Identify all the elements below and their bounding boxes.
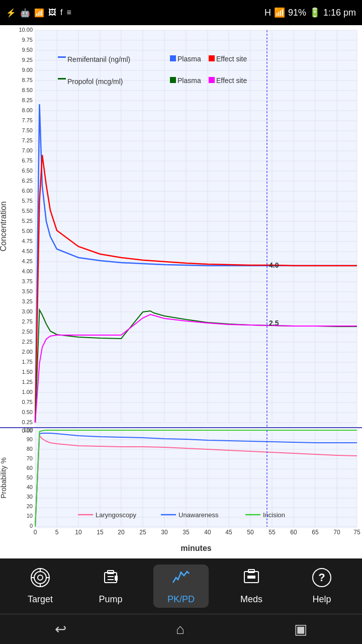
usb-icon: ⚡ xyxy=(6,8,16,18)
svg-text:0: 0 xyxy=(30,523,33,529)
svg-text:2.00: 2.00 xyxy=(22,349,33,355)
svg-text:Plasma: Plasma xyxy=(177,55,201,63)
svg-rect-107 xyxy=(170,77,176,83)
svg-text:6.00: 6.00 xyxy=(22,188,33,194)
svg-text:6.25: 6.25 xyxy=(22,178,33,184)
menu-icon: ≡ xyxy=(66,8,71,17)
svg-text:80: 80 xyxy=(27,446,33,452)
svg-text:Propofol (mcg/ml): Propofol (mcg/ml) xyxy=(67,77,123,86)
svg-rect-189 xyxy=(171,568,191,588)
nav-item-meds[interactable]: Meds xyxy=(224,565,279,608)
svg-text:Unawareness: Unawareness xyxy=(178,511,219,519)
clock: 1:16 pm xyxy=(323,8,356,18)
main-chart-svg: 10.00 9.75 9.50 9.25 9.00 8.75 8.50 8.25… xyxy=(0,25,362,558)
svg-text:0.25: 0.25 xyxy=(22,419,33,425)
svg-text:70: 70 xyxy=(27,455,33,461)
svg-text:75: 75 xyxy=(353,529,360,536)
svg-text:1.00: 1.00 xyxy=(22,389,33,395)
svg-text:1.50: 1.50 xyxy=(22,369,33,375)
svg-text:55: 55 xyxy=(268,529,276,536)
svg-text:70: 70 xyxy=(333,529,340,536)
y-axis-prob-label: Probability % xyxy=(0,457,8,499)
bottom-nav: Target Pump PK xyxy=(0,558,362,644)
status-right: H 📶 91% 🔋 1:16 pm xyxy=(264,7,356,18)
nav-label-help: Help xyxy=(312,594,331,605)
svg-text:Laryngoscopy: Laryngoscopy xyxy=(96,511,136,519)
svg-text:1.75: 1.75 xyxy=(22,359,33,365)
svg-rect-193 xyxy=(247,576,255,579)
nav-label-target: Target xyxy=(28,594,53,605)
nav-label-pkpd: PK/PD xyxy=(167,594,195,605)
nav-label-pump: Pump xyxy=(99,594,122,605)
svg-rect-103 xyxy=(209,55,215,61)
svg-text:8.75: 8.75 xyxy=(22,77,33,83)
nav-item-target[interactable]: Target xyxy=(13,565,68,608)
svg-text:6.75: 6.75 xyxy=(22,157,33,164)
svg-point-179 xyxy=(38,575,43,580)
signal-icon: H xyxy=(264,8,271,18)
svg-text:100: 100 xyxy=(24,427,33,433)
svg-text:Plasma: Plasma xyxy=(177,76,201,85)
svg-text:90: 90 xyxy=(27,436,33,442)
status-icons: ⚡ 🤖 📶 🖼 f ≡ xyxy=(6,8,71,18)
svg-text:9.75: 9.75 xyxy=(22,37,33,43)
nav-item-pkpd[interactable]: PK/PD xyxy=(153,565,209,608)
back-button[interactable]: ↩ xyxy=(55,621,66,637)
svg-text:40: 40 xyxy=(27,484,33,490)
svg-text:5: 5 xyxy=(55,529,59,536)
pump-icon xyxy=(101,568,121,592)
nav-item-pump[interactable]: Pump xyxy=(83,565,138,608)
svg-rect-99 xyxy=(58,56,66,58)
y-axis-label: Concentration xyxy=(0,201,8,252)
signal-bars: 📶 xyxy=(274,7,285,18)
image-icon: 🖼 xyxy=(48,8,56,17)
svg-text:4.25: 4.25 xyxy=(22,258,33,264)
svg-text:30: 30 xyxy=(27,494,33,500)
help-icon: ? xyxy=(312,568,332,592)
svg-text:10: 10 xyxy=(75,529,82,536)
svg-text:0: 0 xyxy=(34,529,37,536)
svg-text:5.50: 5.50 xyxy=(22,208,33,214)
system-nav: ↩ ⌂ ▣ xyxy=(0,614,362,644)
svg-text:15: 15 xyxy=(97,529,104,536)
svg-text:3.75: 3.75 xyxy=(22,278,33,284)
facebook-icon: f xyxy=(60,8,62,17)
svg-text:9.25: 9.25 xyxy=(22,57,33,63)
svg-text:5.25: 5.25 xyxy=(22,218,33,224)
svg-text:2.50: 2.50 xyxy=(22,329,33,335)
svg-text:4.75: 4.75 xyxy=(22,238,33,244)
svg-text:20: 20 xyxy=(27,503,33,509)
svg-text:5.00: 5.00 xyxy=(22,228,33,234)
svg-text:35: 35 xyxy=(183,529,190,536)
svg-text:8.25: 8.25 xyxy=(22,97,33,103)
recent-button[interactable]: ▣ xyxy=(294,621,307,637)
svg-text:6.50: 6.50 xyxy=(22,168,33,174)
svg-rect-1 xyxy=(35,30,357,428)
svg-point-178 xyxy=(34,572,46,584)
home-button[interactable]: ⌂ xyxy=(176,621,185,637)
svg-text:50: 50 xyxy=(247,529,254,536)
svg-text:7.00: 7.00 xyxy=(22,147,33,153)
svg-text:65: 65 xyxy=(312,529,319,536)
svg-text:0.75: 0.75 xyxy=(22,399,33,405)
meds-icon xyxy=(241,568,261,592)
svg-text:45: 45 xyxy=(225,529,232,536)
svg-text:7.50: 7.50 xyxy=(22,127,33,133)
svg-text:60: 60 xyxy=(290,529,297,536)
svg-text:Effect site: Effect site xyxy=(216,55,247,63)
svg-text:0.50: 0.50 xyxy=(22,409,33,415)
svg-text:2.5: 2.5 xyxy=(269,319,279,327)
svg-text:10: 10 xyxy=(27,513,33,519)
svg-text:1.25: 1.25 xyxy=(22,379,33,385)
x-axis-label: minutes xyxy=(180,544,211,552)
svg-text:Remifentanil (ng/ml): Remifentanil (ng/ml) xyxy=(67,55,130,63)
svg-text:Effect site: Effect site xyxy=(216,76,247,85)
svg-point-190 xyxy=(180,572,182,574)
nav-item-help[interactable]: ? Help xyxy=(294,565,349,608)
svg-text:9.00: 9.00 xyxy=(22,67,33,73)
svg-text:4.50: 4.50 xyxy=(22,248,33,254)
svg-text:2.75: 2.75 xyxy=(22,318,33,325)
svg-text:30: 30 xyxy=(161,529,168,536)
battery-icon: 🔋 xyxy=(309,7,320,18)
svg-text:4.0: 4.0 xyxy=(269,261,279,269)
